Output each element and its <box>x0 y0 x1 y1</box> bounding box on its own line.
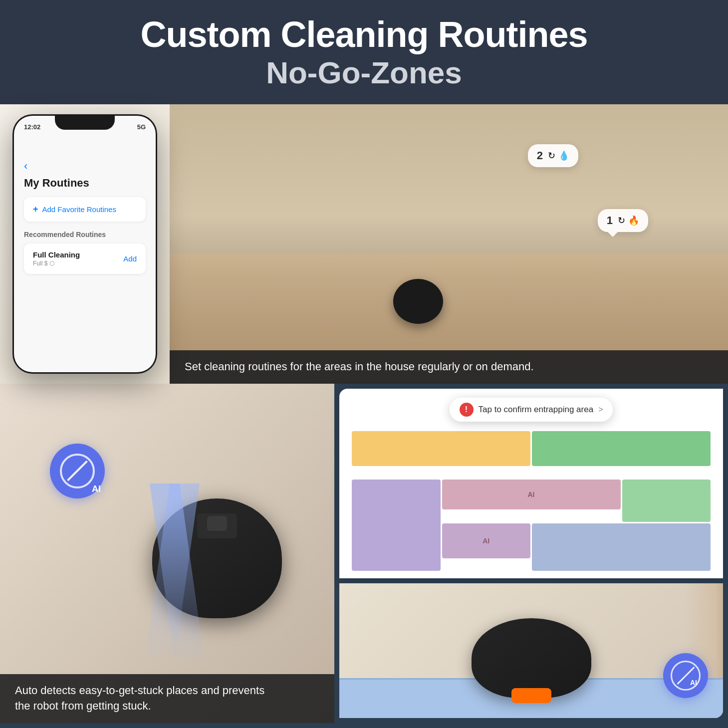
top-description-overlay: Set cleaning routines for the areas in t… <box>170 350 728 384</box>
robot-photo-body <box>472 618 591 698</box>
floor-area <box>170 254 728 354</box>
bubble-2: 2 ↻ 💧 <box>528 144 578 167</box>
add-favorite-box[interactable]: + Add Favorite Routines <box>24 197 146 222</box>
header: Custom Cleaning Routines No-Go-Zones <box>0 0 728 104</box>
back-button[interactable]: ‹ <box>24 160 146 173</box>
clock: 12:02 <box>24 123 40 131</box>
ai-circle-icon <box>60 454 95 488</box>
phone-mockup: 12:02 5G ‹ My Routines + Add Favorite Ro… <box>12 114 157 374</box>
routine-name: Full Cleaning <box>33 250 80 259</box>
photo-panel: AI <box>339 583 723 718</box>
phone-area: 12:02 5G ‹ My Routines + Add Favorite Ro… <box>0 104 170 384</box>
add-plus-icon: + <box>33 204 38 215</box>
map-room-purple-left <box>352 480 441 570</box>
map-room-blue-bottom <box>532 523 711 571</box>
ai-br-circle: AI <box>671 661 701 691</box>
bottom-desc-line1: Auto detects easy-to-get-stuck places an… <box>15 683 319 699</box>
bubble-1-icons: ↻ 🔥 <box>618 215 639 226</box>
ai-badge-inner: AI <box>60 454 95 488</box>
map-room-ai-label-2: AI <box>483 537 489 545</box>
top-description-text: Set cleaning routines for the areas in t… <box>185 359 713 375</box>
map-room-yellow-top <box>352 431 530 466</box>
robot-vacuum-top <box>393 279 443 324</box>
map-room-green-mid <box>622 480 711 522</box>
bottom-desc-line2: the robot from getting stuck. <box>15 699 319 714</box>
room-scene: 2 ↻ 💧 1 ↻ 🔥 Set cleaning routines for th… <box>170 104 728 384</box>
add-favorite-label: Add Favorite Routines <box>42 205 116 214</box>
bubble-1-number: 1 <box>607 214 613 227</box>
bubble-2-number: 2 <box>537 149 543 162</box>
bubble-1: 1 ↻ 🔥 <box>598 209 648 232</box>
routine-sub: Full $ ⬡ <box>33 260 80 267</box>
right-panel: ! Tap to confirm entrapping area > AI AI <box>334 384 728 723</box>
main-title: Custom Cleaning Routines <box>10 15 718 54</box>
routine-add-button[interactable]: Add <box>123 254 137 263</box>
left-panel: AI Auto detects easy-to-get-stuck places… <box>0 384 334 723</box>
ai-badge-br: AI <box>663 653 708 698</box>
recommended-label: Recommended Routines <box>24 231 146 239</box>
bottom-section: AI Auto detects easy-to-get-stuck places… <box>0 384 728 723</box>
ai-slash-icon <box>67 461 88 482</box>
alert-banner[interactable]: ! Tap to confirm entrapping area > <box>450 398 613 422</box>
alert-text: Tap to confirm entrapping area <box>479 405 594 415</box>
routine-box[interactable]: Full Cleaning Full $ ⬡ Add <box>24 243 146 274</box>
map-room-green-top <box>532 431 711 466</box>
floor-map: AI AI <box>352 431 711 571</box>
bubble-2-icons: ↻ 💧 <box>548 150 569 161</box>
alert-chevron-icon: > <box>598 405 603 414</box>
robot-body <box>393 279 443 324</box>
map-panel: ! Tap to confirm entrapping area > AI AI <box>339 389 723 578</box>
phone-screen: 12:02 5G ‹ My Routines + Add Favorite Ro… <box>14 116 156 372</box>
bottom-description-overlay: Auto detects easy-to-get-stuck places an… <box>0 674 334 723</box>
phone-content: ‹ My Routines + Add Favorite Routines Re… <box>14 130 156 284</box>
top-section: 12:02 5G ‹ My Routines + Add Favorite Ro… <box>0 104 728 384</box>
robot-photo-area <box>472 618 591 708</box>
robot-photo-front <box>511 688 551 703</box>
signal: 5G <box>137 123 146 131</box>
ai-br-text: AI <box>690 679 697 687</box>
routines-heading: My Routines <box>24 177 146 190</box>
ai-badge: AI <box>50 444 105 498</box>
light-beam-container <box>110 484 309 683</box>
subtitle: No-Go-Zones <box>10 54 718 91</box>
alert-icon: ! <box>460 403 474 417</box>
map-room-ai-mid: AI <box>442 480 621 509</box>
phone-notch <box>55 116 115 130</box>
routine-info: Full Cleaning Full $ ⬡ <box>33 250 80 267</box>
map-room-ai-bottom: AI <box>442 523 531 558</box>
map-room-ai-label-1: AI <box>528 490 535 498</box>
ai-text: AI <box>92 484 101 494</box>
